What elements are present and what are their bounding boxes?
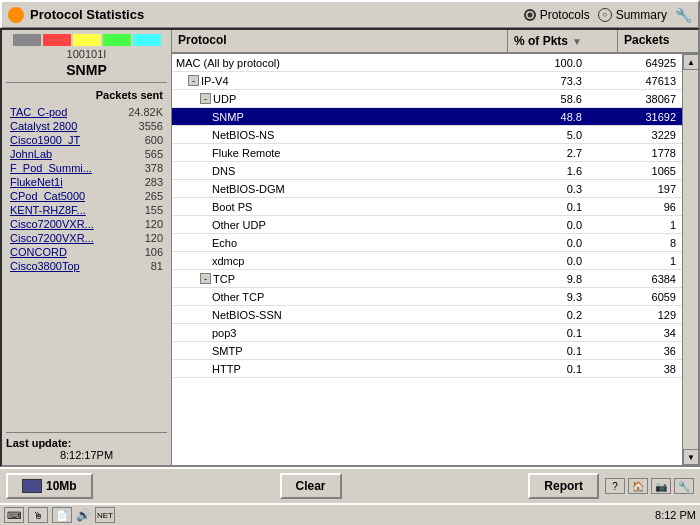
protocol-name: DNS [212,165,235,177]
table-row[interactable]: NetBIOS-DGM 0.3 197 [172,180,682,198]
scrollbar[interactable]: ▲ ▼ [682,54,698,465]
cell-protocol: Boot PS [172,200,492,214]
station-list-item[interactable]: CONCORD106 [6,245,167,259]
protocol-name: IP-V4 [201,75,229,87]
clear-button[interactable]: Clear [280,473,342,499]
table-row[interactable]: Other TCP 9.3 6059 [172,288,682,306]
table-row[interactable]: NetBIOS-NS 5.0 3229 [172,126,682,144]
station-name-link[interactable]: FlukeNet1i [10,176,63,188]
sort-arrow-icon: ▼ [572,36,582,47]
station-name-link[interactable]: JohnLab [10,148,52,160]
camera-icon[interactable]: 📷 [651,478,671,494]
cell-packets: 47613 [602,74,682,88]
table-body: MAC (All by protocol) 100.0 64925 -IP-V4… [172,54,682,465]
station-name-link[interactable]: Cisco7200VXR... [10,232,94,244]
station-name-link[interactable]: Catalyst 2800 [10,120,77,132]
station-count: 283 [145,176,163,188]
cell-pct: 0.0 [492,218,602,232]
cell-packets: 1065 [602,164,682,178]
summary-label: Summary [616,8,667,22]
table-row[interactable]: -UDP 58.6 38067 [172,90,682,108]
expand-icon[interactable]: - [200,93,211,104]
help-icon[interactable]: ? [605,478,625,494]
station-list-item[interactable]: F_Pod_Summi...378 [6,161,167,175]
table-row[interactable]: DNS 1.6 1065 [172,162,682,180]
station-name-link[interactable]: TAC_C-pod [10,106,67,118]
table-row[interactable]: Echo 0.0 8 [172,234,682,252]
network-icon [22,479,42,493]
station-count: 265 [145,190,163,202]
table-row[interactable]: HTTP 0.1 38 [172,360,682,378]
right-panel: Protocol % of Pkts ▼ Packets MAC (All by… [172,30,698,465]
home-icon[interactable]: 🏠 [628,478,648,494]
station-name-link[interactable]: Cisco3800Top [10,260,80,272]
table-header: Protocol % of Pkts ▼ Packets [172,30,698,54]
table-row[interactable]: pop3 0.1 34 [172,324,682,342]
title-bar-buttons: Protocols ○ Summary 🔧 [524,7,692,23]
cell-pct: 73.3 [492,74,602,88]
station-count: 3556 [139,120,163,132]
table-row[interactable]: Fluke Remote 2.7 1778 [172,144,682,162]
table-row[interactable]: SMTP 0.1 36 [172,342,682,360]
table-row[interactable]: Other UDP 0.0 1 [172,216,682,234]
table-row[interactable]: -TCP 9.8 6384 [172,270,682,288]
station-list-item[interactable]: Cisco3800Top81 [6,259,167,273]
settings-button[interactable]: 🔧 [675,7,692,23]
window-title: Protocol Statistics [30,7,524,22]
station-count: 378 [145,162,163,174]
station-list-item[interactable]: JohnLab565 [6,147,167,161]
table-row[interactable]: NetBIOS-SSN 0.2 129 [172,306,682,324]
protocols-button[interactable]: Protocols [524,8,590,22]
protocol-name: UDP [213,93,236,105]
tools-icon[interactable]: 🔧 [674,478,694,494]
radio-icon [524,9,536,21]
expand-icon[interactable]: - [200,273,211,284]
station-name-link[interactable]: KENT-RHZ8F... [10,204,86,216]
cell-protocol: pop3 [172,326,492,340]
table-row[interactable]: MAC (All by protocol) 100.0 64925 [172,54,682,72]
station-list-item[interactable]: KENT-RHZ8F...155 [6,203,167,217]
scroll-up-button[interactable]: ▲ [683,54,698,70]
protocols-label: Protocols [540,8,590,22]
swatch-gray [13,34,41,46]
station-name-link[interactable]: CPod_Cat5000 [10,190,85,202]
table-row[interactable]: xdmcp 0.0 1 [172,252,682,270]
station-name-link[interactable]: CONCORD [10,246,67,258]
station-list-item[interactable]: CPod_Cat5000265 [6,189,167,203]
left-panel: 100101I SNMP Packets sent TAC_C-pod24.82… [2,30,172,465]
cell-pct: 0.1 [492,200,602,214]
station-list-item[interactable]: Cisco1900_JT600 [6,133,167,147]
protocol-name: Other UDP [212,219,266,231]
expand-icon[interactable]: - [188,75,199,86]
speed-button[interactable]: 10Mb [6,473,93,499]
cell-pct: 0.1 [492,344,602,358]
table-row[interactable]: Boot PS 0.1 96 [172,198,682,216]
speaker-icon: 🔊 [76,508,91,522]
station-list-item[interactable]: Cisco7200VXR...120 [6,217,167,231]
cell-packets: 96 [602,200,682,214]
cell-protocol: Other TCP [172,290,492,304]
protocol-name: TCP [213,273,235,285]
protocol-name: SNMP [212,111,244,123]
station-name-link[interactable]: Cisco1900_JT [10,134,80,146]
summary-button[interactable]: ○ Summary [598,8,667,22]
station-list-item[interactable]: FlukeNet1i283 [6,175,167,189]
protocol-name: MAC (All by protocol) [176,57,280,69]
cell-packets: 6059 [602,290,682,304]
cell-protocol: -TCP [172,272,492,286]
station-list-item[interactable]: Cisco7200VXR...120 [6,231,167,245]
station-count: 120 [145,218,163,230]
scroll-down-button[interactable]: ▼ [683,449,698,465]
station-name-link[interactable]: F_Pod_Summi... [10,162,92,174]
table-row[interactable]: SNMP 48.8 31692 [172,108,682,126]
station-count: 24.82K [128,106,163,118]
report-button[interactable]: Report [528,473,599,499]
station-list-item[interactable]: Catalyst 28003556 [6,119,167,133]
station-name-link[interactable]: Cisco7200VXR... [10,218,94,230]
protocol-name: NetBIOS-SSN [212,309,282,321]
cell-pct: 9.3 [492,290,602,304]
cell-protocol: DNS [172,164,492,178]
station-list-item[interactable]: TAC_C-pod24.82K [6,105,167,119]
station-count: 106 [145,246,163,258]
table-row[interactable]: -IP-V4 73.3 47613 [172,72,682,90]
